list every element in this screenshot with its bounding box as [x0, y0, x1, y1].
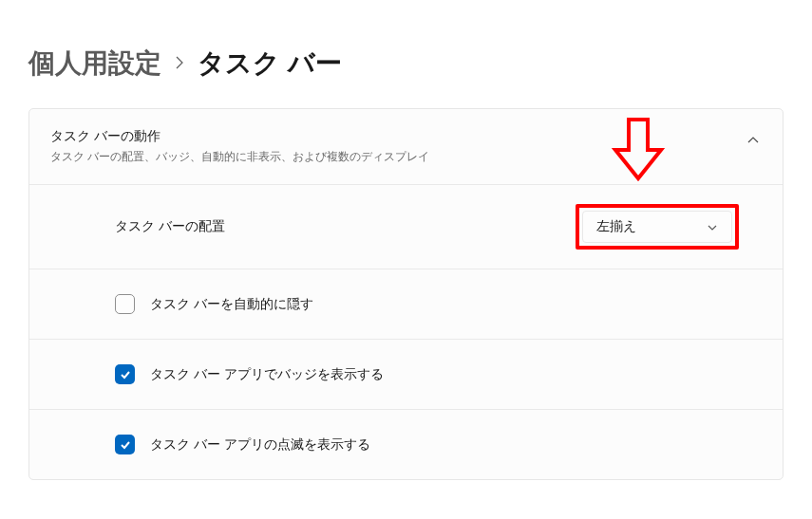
- show-badges-label: タスク バー アプリでバッジを表示する: [150, 366, 384, 383]
- panel-header-text: タスク バーの動作 タスク バーの配置、バッジ、自動的に非表示、および複数のディ…: [50, 128, 429, 165]
- alignment-label: タスク バーの配置: [115, 218, 225, 235]
- show-badges-row: タスク バー アプリでバッジを表示する: [29, 339, 783, 409]
- auto-hide-label: タスク バーを自動的に隠す: [150, 296, 313, 313]
- breadcrumb-current: タスク バー: [198, 46, 342, 82]
- chevron-up-icon: [746, 132, 760, 149]
- panel-subtitle: タスク バーの配置、バッジ、自動的に非表示、および複数のディスプレイ: [50, 149, 429, 165]
- taskbar-behaviors-panel: タスク バーの動作 タスク バーの配置、バッジ、自動的に非表示、および複数のディ…: [28, 108, 784, 480]
- panel-title: タスク バーの動作: [50, 128, 429, 145]
- show-flashing-row: タスク バー アプリの点滅を表示する: [29, 409, 783, 479]
- panel-header[interactable]: タスク バーの動作 タスク バーの配置、バッジ、自動的に非表示、および複数のディ…: [29, 109, 783, 184]
- show-badges-checkbox[interactable]: [115, 364, 135, 384]
- chevron-right-icon: [175, 51, 184, 76]
- breadcrumb: 個人用設定 タスク バー: [0, 0, 812, 108]
- alignment-dropdown[interactable]: 左揃え: [582, 211, 732, 243]
- checkmark-icon: [119, 368, 132, 381]
- alignment-dropdown-value: 左揃え: [596, 218, 636, 235]
- show-flashing-checkbox[interactable]: [115, 435, 135, 454]
- auto-hide-row: タスク バーを自動的に隠す: [29, 269, 783, 339]
- breadcrumb-parent[interactable]: 個人用設定: [28, 46, 161, 82]
- taskbar-alignment-row: タスク バーの配置 左揃え: [29, 184, 783, 269]
- auto-hide-checkbox[interactable]: [115, 294, 135, 314]
- annotation-highlight-box: 左揃え: [576, 204, 739, 250]
- checkmark-icon: [119, 438, 132, 452]
- show-flashing-label: タスク バー アプリの点滅を表示する: [150, 436, 370, 454]
- chevron-down-icon: [707, 218, 718, 235]
